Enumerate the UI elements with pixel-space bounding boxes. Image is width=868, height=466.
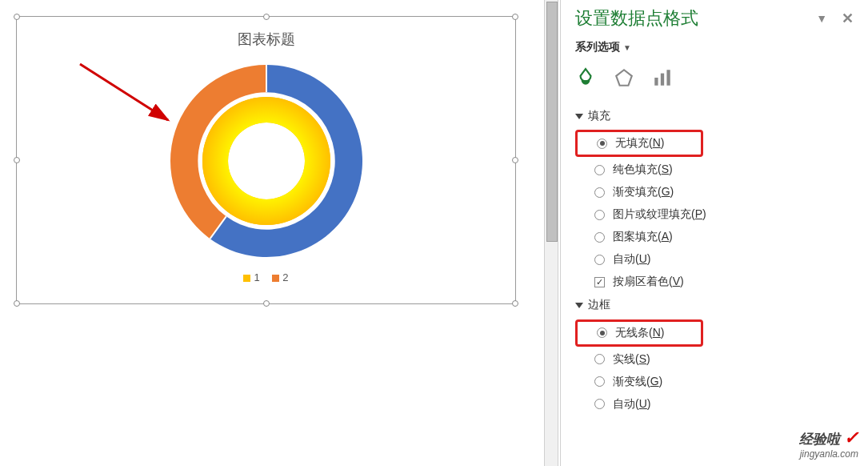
scrollbar-thumb[interactable] (546, 2, 558, 242)
radio-icon (594, 376, 605, 387)
radio-icon (594, 210, 605, 220)
border-section-header[interactable]: 边框 (561, 293, 868, 317)
resize-handle-tc[interactable] (263, 14, 270, 20)
radio-icon (594, 232, 605, 243)
legend-swatch-2 (272, 275, 279, 282)
legend-item-1[interactable]: 1 (243, 271, 259, 283)
resize-handle-ml[interactable] (14, 157, 20, 163)
worksheet-area: 图表标题 (0, 0, 544, 466)
radio-icon (594, 187, 605, 198)
resize-handle-bl[interactable] (14, 300, 20, 307)
fill-pattern-option[interactable]: 图案填充(A) (561, 226, 868, 248)
radio-icon (594, 354, 605, 364)
resize-handle-tr[interactable] (512, 14, 518, 20)
watermark: 经验啦 ✓ jingyanla.com (799, 428, 858, 460)
radio-selected-icon (597, 139, 607, 149)
fill-line-tab-icon[interactable] (575, 67, 596, 91)
pane-options-dropdown[interactable]: ▼ (816, 12, 827, 25)
fill-none-option[interactable]: 无填充(N) (578, 132, 678, 155)
center-hole (228, 123, 305, 199)
fill-auto-option[interactable]: 自动(U) (561, 248, 868, 271)
vary-color-checkbox[interactable]: ✓ 按扇区着色(V) (561, 271, 868, 293)
fill-gradient-option[interactable]: 渐变填充(G) (561, 181, 868, 203)
series-options-tab-icon[interactable] (652, 67, 673, 91)
collapse-icon (575, 303, 583, 308)
fill-solid-option[interactable]: 纯色填充(S) (561, 159, 868, 181)
series-options-dropdown[interactable]: 系列选项▼ (561, 38, 868, 62)
border-none-option[interactable]: 无线条(N) (578, 322, 678, 344)
radio-selected-icon (597, 327, 607, 338)
border-solid-option[interactable]: 实线(S) (561, 348, 868, 371)
pane-close-button[interactable]: ✕ (842, 10, 854, 27)
resize-handle-tl[interactable] (14, 14, 20, 20)
fill-picture-option[interactable]: 图片或纹理填充(P) (561, 203, 868, 226)
resize-handle-br[interactable] (512, 300, 518, 307)
radio-icon (594, 255, 605, 265)
resize-handle-mr[interactable] (512, 157, 518, 163)
format-tabs (561, 62, 868, 104)
highlight-box-border-none: 无线条(N) (575, 319, 703, 347)
vertical-scrollbar[interactable] (544, 0, 558, 466)
chart-object[interactable]: 图表标题 (16, 16, 516, 304)
pane-title: 设置数据点格式 (575, 6, 816, 30)
radio-icon (594, 399, 605, 409)
checkbox-checked-icon: ✓ (594, 277, 605, 287)
check-icon: ✓ (844, 428, 858, 448)
format-pane: 设置数据点格式 ▼ ✕ 系列选项▼ 填充 无填充(N) 纯色填充(S) (560, 0, 868, 466)
fill-section-header[interactable]: 填充 (561, 104, 868, 128)
border-auto-option[interactable]: 自动(U) (561, 393, 868, 416)
chevron-down-icon: ▼ (623, 43, 631, 52)
legend-item-2[interactable]: 2 (272, 271, 288, 283)
chart-legend[interactable]: 1 2 (17, 271, 515, 283)
resize-handle-bc[interactable] (263, 300, 270, 307)
chart-title[interactable]: 图表标题 (17, 30, 515, 49)
radio-icon (594, 165, 605, 175)
effects-tab-icon[interactable] (614, 67, 634, 91)
svg-rect-2 (654, 78, 658, 86)
legend-swatch-1 (243, 275, 250, 282)
highlight-box-fill-none: 无填充(N) (575, 130, 703, 157)
svg-marker-1 (616, 70, 632, 86)
collapse-icon (575, 114, 583, 119)
svg-rect-4 (666, 70, 670, 86)
svg-rect-3 (661, 74, 664, 86)
donut-chart[interactable] (162, 57, 370, 265)
border-gradient-option[interactable]: 渐变线(G) (561, 371, 868, 393)
